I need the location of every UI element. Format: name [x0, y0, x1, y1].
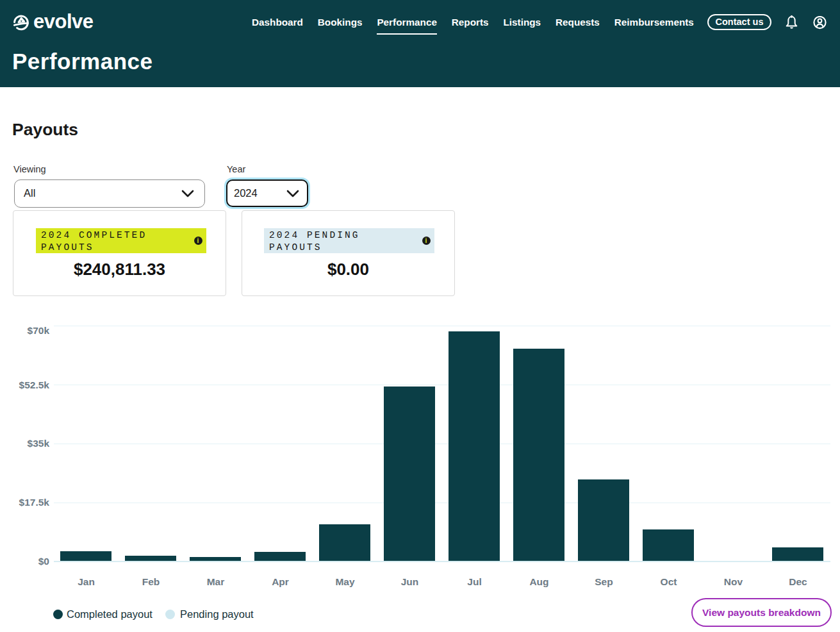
svg-text:evolve: evolve	[33, 10, 94, 33]
